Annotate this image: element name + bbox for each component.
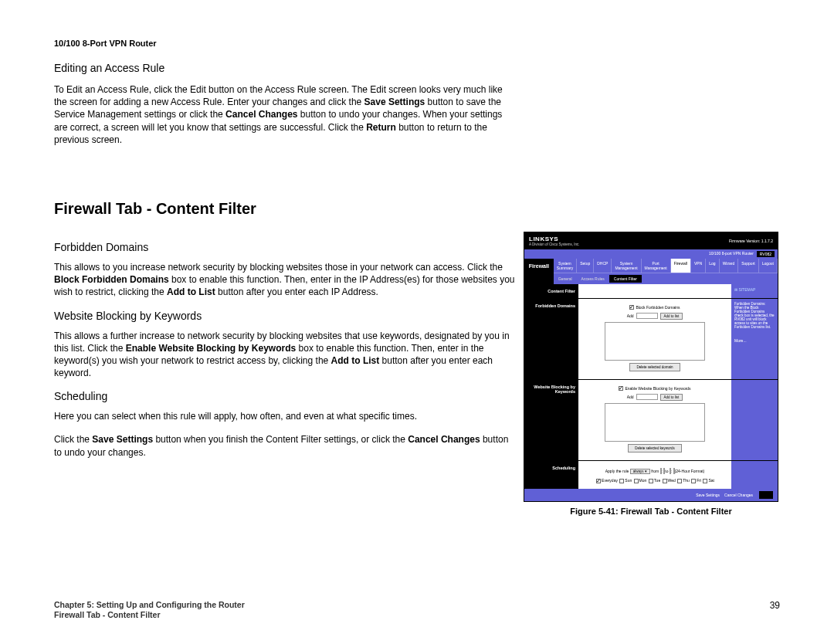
footer-chapter: Chapter 5: Setting Up and Configuring th… [54, 600, 245, 611]
cancel-changes-ref: Cancel Changes [408, 434, 480, 445]
ss-topbar: LINKSYS A Division of Cisco Systems, Inc… [524, 232, 778, 249]
ui-screenshot: LINKSYS A Division of Cisco Systems, Inc… [524, 232, 778, 502]
save-settings-btn[interactable]: Save Settings [696, 493, 720, 497]
day-label: Sun [625, 478, 632, 483]
day-tue[interactable] [649, 479, 653, 483]
add-label: Add [627, 314, 634, 318]
nav-system-mgmt[interactable]: System Management [612, 259, 641, 273]
add-to-list-ref: Add to List [167, 286, 215, 297]
day-mon[interactable] [634, 479, 639, 483]
day-label: Tue [654, 478, 660, 483]
nav-firewall[interactable]: Firewall [671, 259, 691, 273]
forbidden-listbox[interactable] [605, 322, 705, 361]
sitemap-link[interactable]: ⊞ SITEMAP [734, 287, 755, 292]
forbidden-input[interactable] [636, 313, 658, 319]
brand-logo: LINKSYS [529, 236, 580, 242]
side-forbidden: Forbidden Domains [524, 299, 578, 379]
to-label: to [665, 469, 668, 473]
cancel-changes-ref: Cancel Changes [225, 109, 297, 120]
scheduling-p2: Click the Save Settings button when you … [54, 433, 517, 458]
day-label: Thu [683, 478, 690, 483]
ss-nav: Firewall System Summary Setup DHCP Syste… [524, 259, 778, 284]
brand-sub: A Division of Cisco Systems, Inc. [529, 242, 580, 246]
text: button after you enter each IP Address. [215, 286, 378, 297]
nav-title: Firewall [524, 259, 554, 284]
nav-wizard[interactable]: Wizard [720, 259, 739, 273]
nav-vpn[interactable]: VPN [691, 259, 706, 273]
enable-keywords-ref: Enable Website Blocking by Keywords [126, 343, 297, 354]
nav-log[interactable]: Log [706, 259, 719, 273]
right-column: LINKSYS A Division of Cisco Systems, Inc… [524, 232, 778, 516]
text: This allows to you increase network secu… [54, 262, 503, 273]
text: Click the [54, 434, 92, 445]
day-fri[interactable] [691, 479, 696, 483]
block-forbidden-checkbox[interactable] [629, 305, 634, 310]
day-label: Mon [639, 478, 647, 483]
page-number: 39 [770, 600, 780, 621]
nav-port-mgmt[interactable]: Port Management [642, 259, 671, 273]
scheduling-p1: Here you can select when this rule will … [54, 410, 517, 422]
save-settings-ref: Save Settings [92, 434, 153, 445]
product-header: 10/100 8-Port VPN Router [54, 39, 780, 48]
delete-keywords-btn[interactable]: Delete selected keywords [628, 444, 681, 452]
side-keywords: Website Blocking by Keywords [524, 380, 578, 460]
add-to-list-btn[interactable]: Add to list [660, 394, 683, 401]
enable-keywords-checkbox[interactable] [619, 386, 623, 391]
from-hr[interactable] [660, 468, 662, 474]
left-column: Forbidden Domains This allows to you inc… [54, 232, 517, 469]
everyday-label: Everyday [602, 478, 618, 483]
nav-dhcp[interactable]: DHCP [594, 259, 612, 273]
firewall-content-filter-heading: Firewall Tab - Content Filter [54, 200, 780, 218]
keywords-heading: Website Blocking by Keywords [54, 310, 517, 322]
day-wed[interactable] [663, 479, 667, 483]
forbidden-paragraph: This allows to you increase network secu… [54, 261, 517, 299]
forbidden-domains-heading: Forbidden Domains [54, 241, 517, 253]
from-label: from [651, 469, 659, 473]
help-text: Forbidden Domains: When the Block Forbid… [734, 302, 775, 329]
nav-setup[interactable]: Setup [577, 259, 594, 273]
enable-keywords-label: Enable Website Blocking by Keywords [625, 386, 690, 391]
keywords-input[interactable] [636, 394, 658, 400]
block-forbidden-label: Block Forbidden Domains [636, 305, 680, 310]
scheduling-heading: Scheduling [54, 390, 517, 402]
text: button when you finish the Content Filte… [153, 434, 408, 445]
delete-domain-btn[interactable]: Delete selected domain [629, 363, 680, 371]
nav-logout[interactable]: Logout [759, 259, 778, 273]
to-hr[interactable] [670, 468, 671, 474]
apply-rule-label: Apply the rule [605, 469, 629, 473]
keywords-paragraph: This allows a further increase to networ… [54, 330, 517, 380]
day-sun[interactable] [619, 479, 624, 483]
save-settings-ref: Save Settings [364, 97, 425, 107]
add-to-list-btn[interactable]: Add to list [660, 313, 683, 320]
keywords-listbox[interactable] [605, 403, 705, 442]
nav-support[interactable]: Support [738, 259, 759, 273]
day-label: Sat [708, 478, 714, 483]
add-to-list-ref: Add to List [331, 355, 380, 366]
subtab-general[interactable]: General [554, 275, 577, 283]
side-scheduling: Scheduling [524, 461, 578, 489]
model-title: 10/100 8-port VPN Router [709, 251, 754, 257]
figure-caption: Figure 5-41: Firewall Tab - Content Filt… [524, 507, 778, 516]
help-more-link[interactable]: More... [734, 338, 775, 343]
day-label: Wed [668, 478, 676, 483]
model-code: RV082 [757, 251, 775, 257]
editing-paragraph: To Edit an Access Rule, click the Edit b… [54, 83, 517, 146]
editing-heading: Editing an Access Rule [54, 62, 780, 74]
side-content-filter: Content Filter [524, 284, 578, 298]
page-footer: Chapter 5: Setting Up and Configuring th… [54, 600, 780, 621]
apply-rule-select[interactable]: always ▾ [630, 469, 650, 474]
day-label: Fri [697, 478, 701, 483]
fw-version: Firmware Version: 1.1.7.2 [729, 239, 773, 243]
nav-system-summary[interactable]: System Summary [554, 259, 577, 273]
everyday-checkbox[interactable] [596, 479, 601, 483]
add-label: Add [627, 395, 634, 399]
time-format-label: (24-Hour Format) [675, 469, 705, 473]
subtab-access-rules[interactable]: Access Rules [577, 275, 609, 283]
block-forbidden-ref: Block Forbidden Domains [54, 274, 169, 285]
cisco-logo [759, 491, 773, 499]
subtab-content-filter[interactable]: Content Filter [609, 275, 642, 283]
footer-subtitle: Firewall Tab - Content Filter [54, 610, 245, 621]
cancel-changes-btn[interactable]: Cancel Changes [724, 493, 753, 497]
day-thu[interactable] [677, 479, 682, 483]
day-sat[interactable] [703, 479, 707, 483]
